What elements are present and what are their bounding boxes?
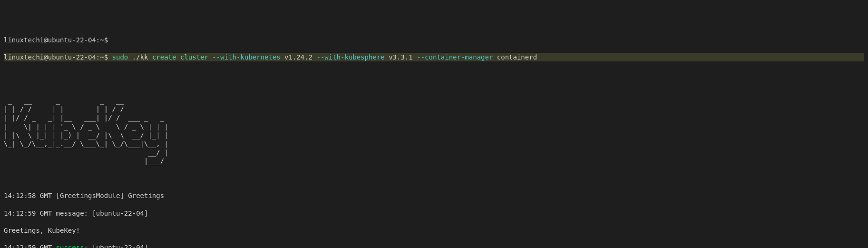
cmd-action: create cluster (152, 53, 212, 61)
log-line-3: Greetings, KubeKey! (4, 226, 864, 235)
cmd-sudo: sudo (112, 53, 128, 61)
log-tail-4: : [ubuntu-22-04] (84, 244, 148, 248)
cmd-val1: v1.24.2 (281, 53, 317, 61)
blank-line (4, 174, 864, 183)
log-line-2: 14:12:59 GMT message: [ubuntu-22-04] (4, 209, 864, 218)
log-line-1: 14:12:58 GMT [GreetingsModule] Greetings (4, 191, 864, 200)
cmd-binary: ./kk (128, 53, 152, 61)
cmd-val2: v3.3.1 (385, 53, 417, 61)
blank-line (4, 79, 864, 88)
log-line-4: 14:12:59 GMT success: [ubuntu-22-04] (4, 243, 864, 248)
kubekey-ascii-art: _ __ _ _ __ | | / / | | | | / / | |/ / _… (4, 96, 864, 166)
cmd-flag2: --with-kubesphere (316, 53, 384, 61)
cmd-flag1: --with-kubernetes (212, 53, 280, 61)
log-ts-4: 14:12:59 GMT (4, 244, 56, 248)
cmd-flag3: --container-manager (417, 53, 493, 61)
prompt-line-1: linuxtechi@ubuntu-22-04:~$ (4, 36, 864, 44)
blank-line (4, 61, 864, 70)
cmd-val3: containerd (493, 53, 537, 61)
command-line: linuxtechi@ubuntu-22-04:~$ sudo ./kk cre… (4, 53, 864, 61)
log-success-4: success (56, 244, 84, 248)
prompt-2: linuxtechi@ubuntu-22-04:~$ (4, 53, 112, 61)
